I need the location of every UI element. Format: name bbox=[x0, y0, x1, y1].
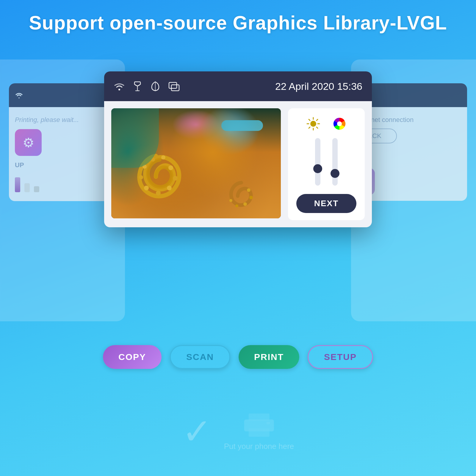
bottom-watermark: ✓ Put your phone here bbox=[182, 411, 294, 452]
svg-point-5 bbox=[167, 186, 172, 190]
ghost-gear-card: ⚙ bbox=[15, 129, 42, 156]
svg-point-6 bbox=[156, 191, 161, 195]
main-device: 22 April 2020 15:36 bbox=[104, 71, 372, 227]
watermark-phone-text: Put your phone here bbox=[224, 442, 294, 451]
ghost-wifi-icon bbox=[15, 92, 23, 98]
next-button[interactable]: NEXT bbox=[296, 194, 357, 213]
ghost-sliders-row bbox=[15, 174, 39, 195]
ghost-bar-3 bbox=[34, 186, 39, 192]
controls-icons-row bbox=[305, 115, 348, 132]
svg-point-0 bbox=[118, 89, 120, 90]
artwork-image bbox=[111, 108, 281, 218]
svg-point-8 bbox=[139, 175, 143, 179]
lips-accent bbox=[221, 120, 263, 131]
brightness-slider-thumb[interactable] bbox=[313, 164, 322, 173]
hair-accent bbox=[111, 108, 159, 168]
svg-rect-2 bbox=[171, 85, 179, 91]
ghost-setup-label: UP bbox=[15, 161, 24, 169]
ghost-gear-icon: ⚙ bbox=[23, 135, 34, 150]
svg-point-12 bbox=[247, 188, 250, 192]
svg-point-4 bbox=[173, 176, 178, 181]
device-header: 22 April 2020 15:36 bbox=[104, 71, 372, 101]
color-slider-thumb[interactable] bbox=[331, 169, 339, 178]
svg-point-15 bbox=[235, 204, 238, 207]
copy-button[interactable]: COPY bbox=[103, 345, 162, 369]
sliders-container bbox=[315, 138, 338, 186]
brightness-slider[interactable] bbox=[315, 138, 320, 186]
header-datetime: 22 April 2020 15:36 bbox=[275, 81, 362, 92]
print-button[interactable]: PRINT bbox=[239, 345, 299, 369]
wifi-icon bbox=[114, 82, 125, 91]
color-wheel-icon bbox=[332, 116, 347, 131]
svg-rect-30 bbox=[249, 428, 270, 437]
brightness-icon bbox=[306, 116, 321, 131]
leaf-icon bbox=[151, 81, 160, 91]
svg-line-24 bbox=[317, 119, 318, 120]
ghost-bar-1 bbox=[15, 177, 20, 192]
controls-panel: NEXT bbox=[288, 108, 365, 220]
svg-point-13 bbox=[249, 196, 253, 199]
page-title: Support open-source Graphics Library-LVG… bbox=[0, 0, 476, 34]
watermark-printer-icon bbox=[241, 412, 277, 439]
svg-line-25 bbox=[309, 127, 310, 128]
ghost-printing-text: Printing, please wait... bbox=[15, 116, 79, 124]
ghost-bar-2 bbox=[24, 183, 30, 192]
svg-line-22 bbox=[309, 119, 310, 120]
color-wheel-icon-button[interactable] bbox=[331, 115, 348, 132]
svg-rect-31 bbox=[267, 422, 270, 424]
scan-button[interactable]: SCAN bbox=[170, 345, 230, 369]
svg-point-16 bbox=[229, 199, 232, 202]
watermark-phone-area: Put your phone here bbox=[224, 412, 294, 451]
svg-line-23 bbox=[317, 127, 318, 128]
color-slider[interactable] bbox=[332, 138, 338, 186]
svg-point-3 bbox=[168, 165, 173, 170]
watermark-check-icon: ✓ bbox=[182, 411, 212, 452]
setup-button[interactable]: SETUP bbox=[308, 345, 373, 369]
svg-rect-29 bbox=[249, 414, 270, 421]
screen-icon bbox=[168, 81, 180, 91]
brightness-icon-button[interactable] bbox=[305, 115, 322, 132]
svg-point-11 bbox=[161, 155, 165, 159]
spiral-earring-2-icon bbox=[215, 174, 260, 218]
svg-point-17 bbox=[310, 121, 316, 127]
device-body: NEXT bbox=[104, 101, 372, 227]
svg-point-7 bbox=[144, 186, 149, 190]
bottom-nav: COPY SCAN PRINT SETUP bbox=[103, 345, 373, 369]
phone-icon bbox=[133, 81, 142, 91]
artwork-bg bbox=[111, 108, 281, 218]
svg-rect-1 bbox=[169, 82, 177, 88]
svg-point-14 bbox=[243, 202, 247, 206]
svg-point-27 bbox=[337, 121, 342, 126]
